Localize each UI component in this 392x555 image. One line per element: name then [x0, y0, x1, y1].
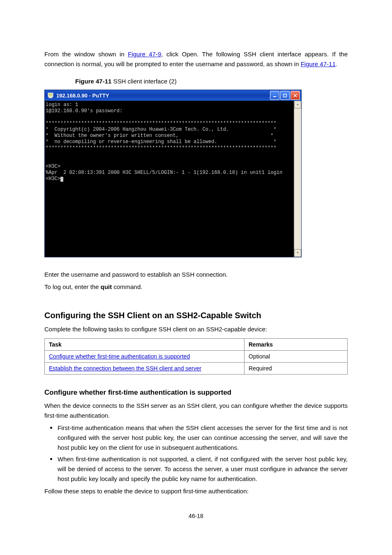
term-line: ****************************************… [46, 145, 277, 151]
term-line: * no decompiling or reverse-engineering … [46, 139, 277, 145]
cursor-icon [60, 177, 63, 182]
table-header-task: Task [45, 339, 244, 351]
list-item: First-time authentication means that whe… [44, 423, 348, 453]
paragraph: To log out, enter the quit command. [44, 282, 348, 292]
command-text: quit [101, 283, 112, 290]
bullet-list: First-time authentication means that whe… [44, 423, 348, 484]
table-cell: Optional [244, 351, 348, 363]
minimize-button[interactable] [270, 91, 279, 100]
task-link-first-time-auth[interactable]: Configure whether first-time authenticat… [49, 353, 190, 360]
page-number: 46-18 [44, 513, 348, 519]
figure-link-47-9[interactable]: Figure 47-9 [128, 51, 161, 58]
text: To log out, enter the [44, 283, 101, 290]
subsection-heading: Configure whether first-time authenticat… [44, 388, 348, 397]
paragraph: Enter the username and password to estab… [44, 270, 348, 280]
table-cell: Required [244, 363, 348, 375]
term-line: %Apr 2 02:08:13:391 2000 H3C SHELL/5/LOG… [46, 170, 282, 176]
paragraph: Follow these steps to enable the device … [44, 486, 348, 496]
scroll-track[interactable] [294, 109, 301, 249]
term-line: <H3C> [46, 164, 60, 169]
terminal-output[interactable]: login as: 1 1@192.168.0.90's password: *… [45, 101, 294, 257]
text: . [336, 60, 337, 67]
paragraph: When the device connects to the SSH serv… [44, 401, 348, 421]
term-line: ****************************************… [46, 120, 277, 126]
figure-label: Figure 47-11 [75, 78, 111, 85]
table-row: Establish the connection between the SSH… [45, 363, 348, 375]
figure-link-47-11[interactable]: Figure 47-11 [301, 60, 336, 67]
putty-icon [47, 92, 54, 99]
terminal-body: login as: 1 1@192.168.0.90's password: *… [45, 101, 301, 257]
text: command. [112, 283, 142, 290]
term-prompt: <H3C> [46, 176, 60, 182]
section-heading: Configuring the SSH Client on an SSH2-Ca… [44, 311, 348, 320]
close-button[interactable] [291, 91, 300, 100]
text: From the window shown in [44, 51, 128, 58]
table-row: Configure whether first-time authenticat… [45, 351, 348, 363]
intro-paragraph: From the window shown in Figure 47-9, cl… [44, 49, 348, 69]
window-titlebar: 192.168.0.90 - PuTTY [45, 90, 301, 101]
figure-caption: Figure 47-11 SSH client interface (2) [75, 76, 348, 86]
svg-rect-1 [49, 97, 52, 98]
scroll-down-icon[interactable]: ▾ [294, 249, 301, 257]
window-title: 192.168.0.90 - PuTTY [56, 92, 270, 99]
list-item: When first-time authentication is not su… [44, 454, 348, 484]
term-line: login as: 1 [46, 102, 78, 108]
task-link-establish-connection[interactable]: Establish the connection between the SSH… [49, 365, 201, 372]
term-line: * Copyright(c) 2004-2006 Hangzhou Huawei… [46, 127, 277, 132]
table-header-remarks: Remarks [244, 339, 348, 351]
term-line: * Without the owner's prior written cons… [46, 133, 274, 139]
paragraph: Complete the following tasks to configur… [44, 324, 348, 334]
terminal-window: 192.168.0.90 - PuTTY login as: 1 1@192.1… [44, 90, 302, 257]
scroll-up-icon[interactable]: ▴ [294, 101, 301, 109]
figure-caption-text: SSH client interface (2) [113, 78, 177, 85]
tasks-table: Task Remarks Configure whether first-tim… [44, 338, 348, 375]
term-line: 1@192.168.0.90's password: [46, 108, 122, 114]
svg-rect-4 [284, 94, 286, 97]
maximize-button[interactable] [280, 91, 290, 100]
scrollbar[interactable]: ▴ ▾ [294, 101, 301, 257]
